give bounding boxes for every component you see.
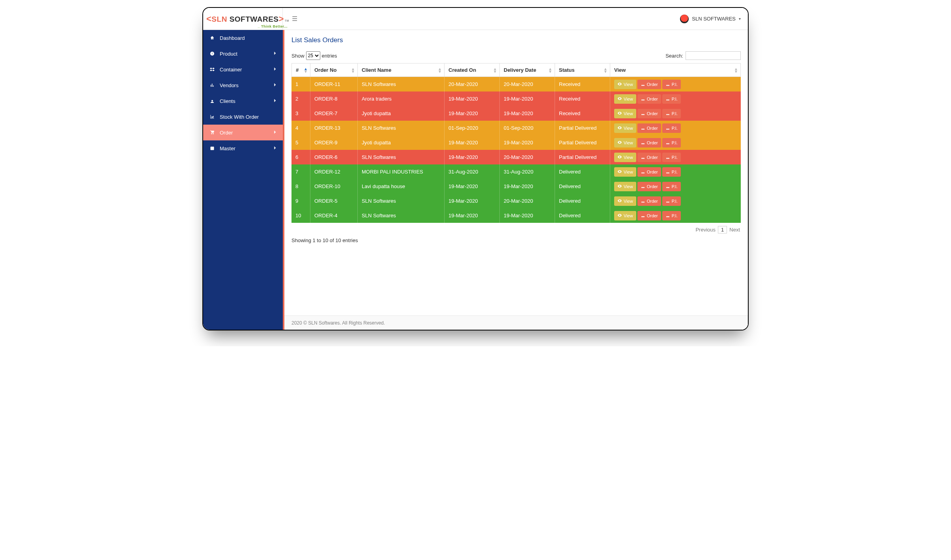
sidebar-item-label: Clients (220, 98, 235, 104)
sidebar-item-label: Order (220, 130, 233, 136)
col-header[interactable]: Created On▲▼ (445, 63, 500, 77)
col-label: Status (559, 67, 575, 73)
search-label: Search: (665, 53, 683, 59)
user-menu[interactable]: SLN SOFTWARES ▾ (680, 15, 748, 23)
download-order-button[interactable]: Order (637, 211, 661, 220)
cell-delivery: 19-Mar-2020 (500, 91, 555, 106)
download-order-button[interactable]: Order (637, 109, 661, 118)
download-icon (641, 155, 645, 160)
cell-order-no: ORDER-10 (310, 179, 358, 194)
page-size-select[interactable]: 25 (306, 51, 320, 60)
search-input[interactable] (686, 51, 741, 60)
sidebar-item-label: Master (220, 146, 235, 151)
table-row: 1ORDER-11SLN Softwares20-Mar-202020-Mar-… (291, 77, 741, 91)
pager-current[interactable]: 1 (718, 226, 727, 233)
download-order-button[interactable]: Order (637, 182, 661, 191)
download-order-button[interactable]: Order (637, 153, 661, 162)
calendar-icon (209, 146, 216, 151)
cell-client: SLN Softwares (358, 150, 445, 164)
chevron-right-icon (273, 51, 277, 56)
view-button[interactable]: View (614, 123, 636, 133)
view-button[interactable]: View (614, 182, 636, 191)
logo-angle-right: > (278, 14, 284, 24)
cell-status: Delivered (555, 179, 610, 194)
cell-delivery: 20-Mar-2020 (500, 150, 555, 164)
download-pi-button[interactable]: P.I. (662, 109, 681, 118)
download-order-button[interactable]: Order (637, 123, 661, 133)
cell-order-no: ORDER-6 (310, 150, 358, 164)
download-order-button[interactable]: Order (637, 196, 661, 206)
view-button[interactable]: View (614, 211, 636, 220)
cell-status: Delivered (555, 164, 610, 179)
download-order-button[interactable]: Order (637, 80, 661, 89)
col-header[interactable]: Client Name▲▼ (358, 63, 445, 77)
sidebar-item-master[interactable]: Master (203, 140, 283, 156)
cell-delivery: 31-Aug-2020 (500, 164, 555, 179)
sidebar-toggle[interactable]: ☰ (287, 11, 303, 27)
download-order-button[interactable]: Order (637, 167, 661, 177)
view-button[interactable]: View (614, 167, 636, 177)
showing-entries: Showing 1 to 10 of 10 entries (291, 237, 741, 243)
sidebar-item-product[interactable]: Product (203, 46, 283, 62)
download-order-button[interactable]: Order (637, 138, 661, 147)
sidebar-item-label: Container (220, 67, 242, 73)
col-header[interactable]: #▲▼ (291, 63, 310, 77)
sidebar-item-clients[interactable]: Clients (203, 93, 283, 109)
download-icon (665, 184, 670, 189)
col-label: Created On (448, 67, 476, 73)
col-header[interactable]: Order No▲▼ (310, 63, 358, 77)
sort-icon: ▲▼ (603, 67, 607, 73)
view-button[interactable]: View (614, 80, 636, 89)
view-button[interactable]: View (614, 153, 636, 162)
download-pi-button[interactable]: P.I. (662, 94, 681, 104)
sidebar-item-order[interactable]: Order (203, 125, 283, 140)
download-pi-button[interactable]: P.I. (662, 211, 681, 220)
download-pi-button[interactable]: P.I. (662, 182, 681, 191)
footer: 2020 © SLN Softwares. All Rights Reserve… (284, 315, 748, 330)
cell-index: 1 (291, 77, 310, 91)
download-pi-button[interactable]: P.I. (662, 80, 681, 89)
pager-previous[interactable]: Previous (695, 227, 716, 233)
sidebar-item-dashboard[interactable]: Dashboard (203, 30, 283, 46)
cell-actions: ViewOrderP.I. (610, 208, 741, 223)
col-header[interactable]: Status▲▼ (555, 63, 610, 77)
chevron-right-icon (273, 130, 277, 135)
col-header[interactable]: View▲▼ (610, 63, 741, 77)
cell-index: 6 (291, 150, 310, 164)
sidebar-item-stock-with-order[interactable]: Stock With Order (203, 109, 283, 125)
brand-logo[interactable]: < SLN SOFTWARES > TM _ Think Better... (203, 8, 283, 30)
sidebar-item-vendors[interactable]: Vendors (203, 77, 283, 93)
cell-actions: ViewOrderP.I. (610, 77, 741, 91)
cell-index: 10 (291, 208, 310, 223)
download-pi-button[interactable]: P.I. (662, 196, 681, 206)
cell-status: Delivered (555, 208, 610, 223)
pager-next[interactable]: Next (729, 227, 740, 233)
table-row: 10ORDER-4SLN Softwares19-Mar-202019-Mar-… (291, 208, 741, 223)
sidebar-item-container[interactable]: Container (203, 62, 283, 77)
cell-delivery: 19-Mar-2020 (500, 135, 555, 150)
download-pi-button[interactable]: P.I. (662, 123, 681, 133)
cell-created: 19-Mar-2020 (445, 106, 500, 121)
view-button[interactable]: View (614, 109, 636, 118)
col-header[interactable]: Delivery Date▲▼ (500, 63, 555, 77)
download-order-button[interactable]: Order (637, 94, 661, 104)
cell-actions: ViewOrderP.I. (610, 121, 741, 135)
view-button[interactable]: View (614, 94, 636, 104)
cell-index: 7 (291, 164, 310, 179)
view-button[interactable]: View (614, 138, 636, 147)
cell-delivery: 20-Mar-2020 (500, 194, 555, 208)
chevron-right-icon (273, 98, 277, 104)
view-button[interactable]: View (614, 196, 636, 206)
download-pi-button[interactable]: P.I. (662, 153, 681, 162)
cell-created: 19-Mar-2020 (445, 150, 500, 164)
download-pi-button[interactable]: P.I. (662, 167, 681, 177)
topbar: < SLN SOFTWARES > TM _ Think Better... ☰… (203, 8, 748, 30)
download-icon (665, 140, 670, 146)
sort-icon: ▲▼ (304, 67, 308, 73)
cell-order-no: ORDER-12 (310, 164, 358, 179)
cell-index: 4 (291, 121, 310, 135)
entries-label-post: entries (322, 53, 337, 59)
chevron-right-icon (273, 67, 277, 72)
logo-text-right: SOFTWARES (230, 15, 279, 24)
download-pi-button[interactable]: P.I. (662, 138, 681, 147)
